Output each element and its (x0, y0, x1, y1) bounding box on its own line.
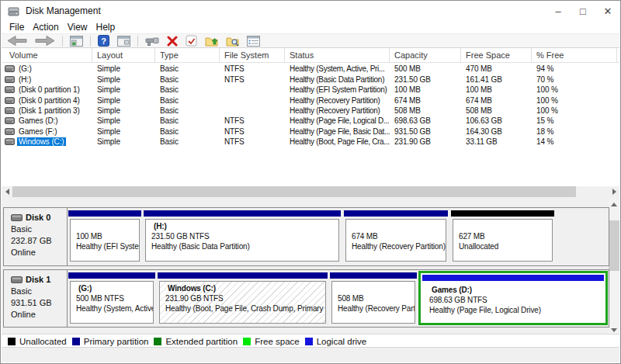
column-header-volume[interactable]: Volume (2, 48, 92, 62)
scroll-left-icon[interactable] (2, 186, 12, 197)
partition-Healthy (Recovery Partit[interactable]: 508 MBHealthy (Recovery Partit (330, 272, 417, 324)
disk-icon (11, 276, 23, 283)
column-header-pct[interactable]: % Free (532, 48, 617, 62)
cell-status: Healthy (Recovery Partition) (285, 106, 390, 115)
volume-label: Games (F:) (17, 127, 58, 136)
forward-icon[interactable] (31, 34, 59, 47)
maximize-button[interactable]: □ (571, 1, 595, 21)
disk-size: 232.87 GB (11, 235, 67, 247)
table-row[interactable]: (H:)SimpleBasicNTFSHealthy (Basic Data P… (2, 74, 619, 84)
cell-type: Basic (155, 116, 220, 125)
partition-info: (G:)500 MB NTFSHealthy (System, Active, (70, 281, 154, 324)
table-row[interactable]: (Disk 0 partition 4)SimpleBasicHealthy (… (2, 95, 619, 105)
column-header-type[interactable]: Type (155, 48, 220, 62)
volume-table: (G:)SimpleBasicNTFSHealthy (System, Acti… (2, 64, 619, 186)
legend-item: Logical drive (305, 337, 367, 346)
cell-free: 33.11 GB (461, 137, 532, 146)
menu-action[interactable]: Action (33, 22, 58, 33)
cell-pct: 18 % (532, 127, 617, 136)
cell-fs: NTFS (220, 116, 285, 125)
column-header-fs[interactable]: File System (220, 48, 285, 62)
scroll-up-icon[interactable] (609, 199, 619, 210)
tool-icon[interactable] (141, 34, 163, 47)
cell-type: Basic (155, 106, 220, 115)
cell-layout: Simple (92, 127, 155, 136)
properties-icon[interactable] (243, 34, 264, 47)
cell-layout: Simple (92, 137, 155, 146)
checkbox-icon[interactable] (182, 34, 201, 47)
cell-free: 508 MB (461, 106, 532, 115)
volume-icon (5, 76, 15, 83)
partition-Windows (C:)[interactable]: Windows (C:)231.90 GB NTFSHealthy (Boot,… (158, 272, 328, 324)
vertical-scrollbar[interactable] (609, 199, 619, 336)
partition-color-bar (144, 210, 341, 217)
partition-color-bar (451, 210, 554, 217)
volume-icon (5, 117, 15, 124)
horizontal-scrollbar[interactable] (2, 186, 619, 197)
disk-management-window: Disk Management – □ ✕ FileActionViewHelp… (0, 0, 621, 364)
back-icon[interactable] (3, 34, 31, 47)
cell-type: Basic (155, 64, 220, 73)
column-header-capacity[interactable]: Capacity (390, 48, 461, 62)
partition-Games (D:)[interactable]: Games (D:)698.63 GB NTFSHealthy (Page Fi… (418, 271, 608, 325)
cell-pct: 15 % (532, 116, 617, 125)
table-header: VolumeLayoutTypeFile SystemStatusCapacit… (2, 48, 619, 63)
vertical-scroll-thumb[interactable] (609, 220, 619, 271)
legend-item: Free space (243, 337, 300, 346)
partition-Healthy (Recovery Partition)[interactable]: 674 MBHealthy (Recovery Partition) (344, 210, 448, 262)
legend-swatch (305, 338, 313, 345)
partition-(H:)[interactable]: (H:)231.50 GB NTFSHealthy (Basic Data Pa… (144, 210, 341, 262)
partition-(G:)[interactable]: (G:)500 MB NTFSHealthy (System, Active, (68, 272, 155, 324)
table-row[interactable]: (G:)SimpleBasicNTFSHealthy (System, Acti… (2, 64, 619, 74)
partition-info: 508 MBHealthy (Recovery Partit (331, 281, 415, 324)
scroll-right-icon[interactable] (609, 186, 619, 197)
table-row[interactable]: Windows (C:)SimpleBasicNTFSHealthy (Boot… (2, 137, 619, 147)
partition-info: (H:)231.50 GB NTFSHealthy (Basic Data Pa… (145, 219, 339, 262)
console-window-2-icon[interactable] (113, 34, 134, 47)
cell-capacity: 231.90 GB (390, 137, 461, 146)
table-row[interactable]: (Disk 1 partition 3)SimpleBasicHealthy (… (2, 106, 619, 116)
folder-open-icon[interactable] (201, 34, 222, 47)
partition-Unallocated[interactable]: 627 MBUnallocated (451, 210, 554, 262)
menu-view[interactable]: View (68, 22, 88, 33)
table-row[interactable]: Games (F:)SimpleBasicNTFSHealthy (Page F… (2, 127, 619, 137)
table-row[interactable]: Games (D:)SimpleBasicNTFSHealthy (Page F… (2, 116, 619, 126)
toolbar: ? (2, 33, 619, 48)
volume-label: (Disk 0 partition 4) (17, 96, 82, 105)
disk-icon (11, 214, 23, 221)
horizontal-scroll-thumb[interactable] (12, 186, 576, 197)
column-header-status[interactable]: Status (285, 48, 390, 62)
cell-status: Healthy (Boot, Page File, Cra... (285, 137, 390, 146)
minimize-button[interactable]: – (546, 1, 571, 21)
disk-type: Basic (11, 224, 67, 235)
cell-capacity: 931.50 GB (390, 127, 461, 136)
cell-pct: 14 % (532, 137, 617, 146)
cell-pct: 100 % (532, 85, 617, 94)
cell-layout: Simple (92, 106, 155, 115)
menu-help[interactable]: Help (96, 22, 116, 33)
disk-status: Online (11, 309, 67, 321)
disk-name: Disk 1 (11, 274, 67, 286)
disk-panel-1[interactable]: Disk 1Basic931.51 GBOnline (4, 270, 68, 327)
volume-label: (Disk 1 partition 3) (17, 106, 82, 115)
partition-Healthy (EFI System[interactable]: 100 MBHealthy (EFI System (68, 210, 141, 262)
volume-icon (5, 65, 15, 72)
cell-pct: 100 % (532, 106, 617, 115)
console-window-icon[interactable] (66, 34, 87, 47)
disk-row-1: Disk 1Basic931.51 GBOnline(G:)500 MB NTF… (3, 269, 609, 328)
column-header-free[interactable]: Free Space (461, 48, 532, 62)
cell-capacity: 698.63 GB (390, 116, 461, 125)
volume-label: Games (D:) (17, 116, 59, 125)
legend-swatch (72, 338, 80, 345)
help-icon[interactable]: ? (94, 34, 113, 47)
partition-color-bar (68, 272, 155, 279)
volume-icon (5, 128, 15, 135)
delete-icon[interactable] (163, 34, 182, 47)
menu-file[interactable]: File (9, 22, 24, 33)
table-row[interactable]: (Disk 0 partition 1)SimpleBasicHealthy (… (2, 85, 619, 95)
close-button[interactable]: ✕ (595, 1, 620, 21)
folder-explore-icon[interactable] (222, 34, 243, 47)
column-header-layout[interactable]: Layout (92, 48, 155, 62)
legend-item: Extended partition (154, 337, 238, 346)
disk-panel-0[interactable]: Disk 0Basic232.87 GBOnline (4, 208, 68, 265)
